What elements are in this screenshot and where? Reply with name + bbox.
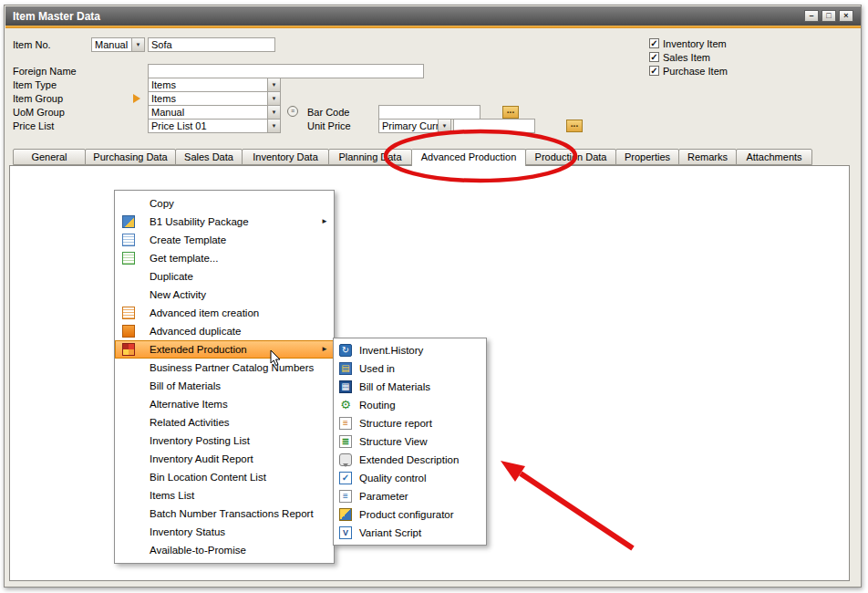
advanced-duplicate-icon [122,325,135,338]
item-no-type-select[interactable]: Manual ▼ [91,37,145,52]
submenu-item-parameter[interactable]: Parameter [334,487,486,505]
b1-usability-package-icon [122,215,135,228]
bar-code-label: Bar Code [307,107,349,119]
submenu-arrow-icon: ► [321,340,328,359]
item-group-select[interactable]: Items ▼ [148,91,281,106]
tab-properties[interactable]: Properties [615,149,679,165]
parameter-list-icon [339,490,352,503]
menu-item-available-to-promise[interactable]: Available-to-Promise [115,541,334,559]
menu-item-create-template[interactable]: Create Template [115,231,334,249]
unit-price-browse-button[interactable]: ... [566,120,583,132]
menu-item-extended-production[interactable]: Extended Production► [115,340,334,359]
purchase-item-checkbox-label: Purchase Item [663,66,728,78]
submenu-item-product-configurator[interactable]: Product configurator [334,505,486,524]
extended-production-icon [122,343,135,356]
menu-item-related-activities[interactable]: Related Activities [115,413,334,432]
tab-purchasing-data[interactable]: Purchasing Data [85,149,176,165]
submenu-item-used-in[interactable]: Used in [334,359,486,378]
tab-advanced-production[interactable]: Advanced Production [411,149,526,166]
tab-inventory-data[interactable]: Inventory Data [242,149,329,165]
item-type-select[interactable]: Items ▼ [148,78,281,92]
variant-script-icon [339,526,352,539]
submenu-item-quality-control[interactable]: Quality control [334,469,486,487]
menu-item-inventory-audit-report[interactable]: Inventory Audit Report [115,450,334,468]
item-no-label: Item No. [13,39,51,51]
window-titlebar[interactable]: Item Master Data – □ × [5,6,861,26]
tab-sales-data[interactable]: Sales Data [175,149,243,165]
close-button[interactable]: × [839,10,853,22]
menu-item-alternative-items[interactable]: Alternative Items [115,395,334,413]
menu-item-duplicate[interactable]: Duplicate [115,267,334,286]
unit-price-input[interactable] [453,119,535,133]
item-master-data-window: Item Master Data – □ × Item No. Manual ▼… [0,0,868,593]
tab-bar: General Purchasing Data Sales Data Inven… [13,149,811,166]
unit-price-currency-select[interactable]: Primary Curr ▼ [378,119,451,133]
bar-code-input[interactable] [378,105,480,120]
menu-item-bill-of-materials[interactable]: Bill of Materials [115,377,334,395]
menu-item-batch-number-transactions-report[interactable]: Batch Number Transactions Report [115,505,334,523]
menu-item-advanced-duplicate[interactable]: Advanced duplicate [115,322,334,340]
tab-general[interactable]: General [13,149,86,165]
submenu-item-variant-script[interactable]: Variant Script [334,524,486,542]
chevron-down-icon[interactable]: ▼ [131,38,144,51]
purchase-item-checkbox[interactable]: ✓ [649,66,659,76]
foreign-name-label: Foreign Name [13,66,77,78]
tab-planning-data[interactable]: Planning Data [328,149,412,165]
get-template-icon [122,252,135,265]
used-in-icon [339,362,352,375]
submenu-item-invent-history[interactable]: Invent.History [334,341,486,359]
uom-group-label: UoM Group [13,107,65,119]
submenu-item-structure-report[interactable]: Structure report [334,414,486,432]
quality-control-icon [339,472,352,484]
product-configurator-icon [339,508,352,521]
chevron-down-icon[interactable]: ▼ [267,106,280,119]
menu-item-b1-usability-package[interactable]: B1 Usability Package► [115,213,334,231]
menu-item-new-activity[interactable]: New Activity [115,286,334,304]
menu-item-inventory-status[interactable]: Inventory Status [115,523,334,541]
chevron-down-icon[interactable]: ▼ [267,92,280,105]
create-template-icon [122,234,135,246]
barcode-display-icon[interactable] [287,106,298,117]
speech-bubble-icon [339,453,352,466]
menu-item-copy[interactable]: Copy [115,194,334,213]
chevron-down-icon[interactable]: ▼ [267,78,280,91]
maximize-button[interactable]: □ [822,10,836,22]
bill-of-materials-icon [339,380,352,393]
price-list-select[interactable]: Price List 01 ▼ [148,119,281,133]
routing-gear-icon [339,399,352,411]
invent-history-icon [339,344,352,357]
context-menu: Copy B1 Usability Package► Create Templa… [114,190,335,564]
submenu-item-bill-of-materials[interactable]: Bill of Materials [334,378,486,396]
chevron-down-icon[interactable]: ▼ [267,120,280,132]
submenu-item-routing[interactable]: Routing [334,396,486,414]
sales-item-checkbox[interactable]: ✓ [649,52,659,62]
menu-item-get-template[interactable]: Get template... [115,249,334,267]
menu-item-bin-location-content-list[interactable]: Bin Location Content List [115,468,334,486]
chevron-down-icon[interactable]: ▼ [438,120,450,132]
inventory-item-checkbox[interactable]: ✓ [649,38,659,48]
foreign-name-input[interactable] [148,64,424,78]
item-group-label: Item Group [13,93,63,105]
price-list-label: Price List [13,120,54,132]
structure-report-icon [339,417,352,430]
window-title: Item Master Data [13,10,100,23]
minimize-button[interactable]: – [804,10,819,22]
menu-item-inventory-posting-list[interactable]: Inventory Posting List [115,432,334,450]
link-arrow-icon[interactable] [133,94,140,103]
sales-item-checkbox-label: Sales Item [663,52,710,64]
inventory-item-checkbox-label: Inventory Item [663,38,727,50]
menu-item-items-list[interactable]: Items List [115,486,334,505]
submenu-arrow-icon: ► [321,213,328,231]
accent-gold-line [5,26,861,28]
bar-code-browse-button[interactable]: ... [502,106,519,119]
tab-production-data[interactable]: Production Data [525,149,616,165]
submenu-item-structure-view[interactable]: Structure View [334,432,486,451]
menu-item-advanced-item-creation[interactable]: Advanced item creation [115,304,334,322]
item-no-input[interactable]: Sofa [148,37,275,52]
tab-remarks[interactable]: Remarks [678,149,737,165]
structure-view-icon [339,435,352,448]
submenu-item-extended-description[interactable]: Extended Description [334,451,486,469]
uom-group-select[interactable]: Manual ▼ [148,105,281,120]
tab-attachments[interactable]: Attachments [736,149,812,165]
menu-item-business-partner-catalog-numbers[interactable]: Business Partner Catalog Numbers [115,359,334,377]
